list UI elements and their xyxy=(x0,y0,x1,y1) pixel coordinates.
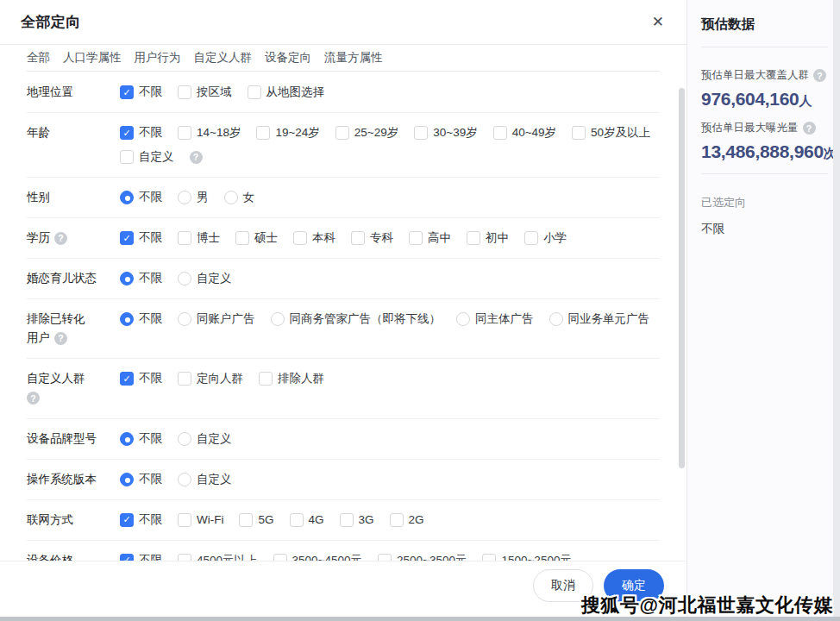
tab-item[interactable]: 自定义人群 xyxy=(194,50,253,66)
tab-item[interactable]: 设备定向 xyxy=(265,50,311,66)
checkbox-unchecked-icon[interactable] xyxy=(259,372,273,386)
checkbox-unchecked-icon[interactable] xyxy=(248,85,261,99)
checkbox-unchecked-icon[interactable] xyxy=(178,513,191,527)
checkbox-checked-icon[interactable]: ✓ xyxy=(120,231,134,245)
radio-unchecked-icon[interactable] xyxy=(178,432,191,446)
radio-unchecked-icon[interactable] xyxy=(456,312,470,326)
checkbox-option[interactable]: 3500~4500元 xyxy=(273,551,362,561)
checkbox-option[interactable]: 19~24岁 xyxy=(256,123,319,142)
checkbox-option[interactable]: 高中 xyxy=(409,229,451,248)
checkbox-option[interactable]: Wi-Fi xyxy=(178,511,223,530)
checkbox-option[interactable]: 小学 xyxy=(524,229,567,248)
checkbox-option[interactable]: 本科 xyxy=(293,229,335,248)
checkbox-unchecked-icon[interactable] xyxy=(482,554,496,561)
tab-item[interactable]: 用户行为 xyxy=(135,50,181,66)
checkbox-option[interactable]: 1500~2500元 xyxy=(482,551,571,561)
checkbox-unchecked-icon[interactable] xyxy=(524,231,538,245)
radio-option[interactable]: 同账户广告 xyxy=(178,310,255,329)
radio-option[interactable]: 自定义 xyxy=(178,470,232,489)
radio-unchecked-icon[interactable] xyxy=(178,191,191,204)
checkbox-unchecked-icon[interactable] xyxy=(351,231,365,245)
checkbox-option[interactable]: 25~29岁 xyxy=(335,123,398,142)
radio-unchecked-icon[interactable] xyxy=(178,272,191,285)
checkbox-unchecked-icon[interactable] xyxy=(572,126,586,140)
checkbox-option[interactable]: 自定义 xyxy=(120,147,174,166)
help-icon[interactable]: ? xyxy=(190,151,203,164)
checkbox-unchecked-icon[interactable] xyxy=(467,231,480,245)
radio-unchecked-icon[interactable] xyxy=(271,312,285,326)
checkbox-option[interactable]: 2G xyxy=(390,511,424,530)
tab-item[interactable]: 人口学属性 xyxy=(63,50,122,66)
checkbox-option[interactable]: 4G xyxy=(290,511,324,530)
checkbox-option[interactable]: 初中 xyxy=(467,229,509,248)
radio-checked-icon[interactable] xyxy=(120,272,134,285)
radio-unchecked-icon[interactable] xyxy=(178,312,191,326)
radio-option[interactable]: 不限 xyxy=(120,310,162,329)
checkbox-unchecked-icon[interactable] xyxy=(235,231,249,245)
checkbox-checked-icon[interactable]: ✓ xyxy=(120,126,134,140)
radio-option[interactable]: 男 xyxy=(178,188,209,207)
radio-option[interactable]: 同商务管家广告（即将下线） xyxy=(271,310,442,329)
tab-item[interactable]: 流量方属性 xyxy=(324,50,383,66)
checkbox-option[interactable]: 专科 xyxy=(351,229,393,248)
tab-item[interactable]: 全部 xyxy=(27,50,50,66)
checkbox-checked-icon[interactable]: ✓ xyxy=(120,372,134,386)
checkbox-unchecked-icon[interactable] xyxy=(493,126,507,140)
checkbox-option[interactable]: 30~39岁 xyxy=(414,123,477,142)
help-icon[interactable]: ? xyxy=(813,69,826,82)
radio-checked-icon[interactable] xyxy=(120,312,134,326)
checkbox-option[interactable]: 50岁及以上 xyxy=(572,123,650,142)
dialog-scrollbar-thumb[interactable] xyxy=(679,88,685,468)
checkbox-unchecked-icon[interactable] xyxy=(178,554,191,561)
radio-checked-icon[interactable] xyxy=(120,191,134,204)
checkbox-unchecked-icon[interactable] xyxy=(178,372,191,386)
checkbox-option[interactable]: ✓不限 xyxy=(120,369,162,388)
checkbox-option[interactable]: 按区域 xyxy=(178,83,232,102)
radio-option[interactable]: 不限 xyxy=(120,188,162,207)
checkbox-option[interactable]: 40~49岁 xyxy=(493,123,556,142)
checkbox-unchecked-icon[interactable] xyxy=(390,513,404,527)
checkbox-unchecked-icon[interactable] xyxy=(335,126,349,140)
checkbox-unchecked-icon[interactable] xyxy=(290,513,304,527)
checkbox-option[interactable]: 博士 xyxy=(178,229,220,248)
checkbox-option[interactable]: 14~18岁 xyxy=(178,123,241,142)
help-icon[interactable]: ? xyxy=(54,232,67,245)
close-icon[interactable]: ✕ xyxy=(650,13,666,31)
checkbox-option[interactable]: 硕士 xyxy=(235,229,278,248)
checkbox-unchecked-icon[interactable] xyxy=(414,126,428,140)
radio-unchecked-icon[interactable] xyxy=(549,312,563,326)
radio-option[interactable]: 自定义 xyxy=(178,269,232,288)
radio-unchecked-icon[interactable] xyxy=(224,191,238,204)
radio-option[interactable]: 同业务单元广告 xyxy=(549,310,650,329)
radio-option[interactable]: 自定义 xyxy=(178,430,232,448)
checkbox-option[interactable]: 从地图选择 xyxy=(248,83,325,102)
radio-option[interactable]: 不限 xyxy=(120,470,162,489)
checkbox-option[interactable]: 2500~3500元 xyxy=(378,551,467,561)
checkbox-option[interactable]: 5G xyxy=(239,511,273,530)
checkbox-checked-icon[interactable]: ✓ xyxy=(120,85,134,99)
checkbox-checked-icon[interactable]: ✓ xyxy=(120,554,134,561)
radio-option[interactable]: 不限 xyxy=(120,430,162,448)
checkbox-unchecked-icon[interactable] xyxy=(409,231,423,245)
checkbox-unchecked-icon[interactable] xyxy=(178,126,191,140)
help-icon[interactable]: ? xyxy=(54,332,67,345)
checkbox-option[interactable]: ✓不限 xyxy=(120,511,162,530)
checkbox-unchecked-icon[interactable] xyxy=(340,513,354,527)
help-icon[interactable]: ? xyxy=(27,392,40,405)
checkbox-unchecked-icon[interactable] xyxy=(378,554,392,561)
checkbox-option[interactable]: ✓不限 xyxy=(120,83,162,102)
checkbox-unchecked-icon[interactable] xyxy=(273,554,287,561)
radio-option[interactable]: 女 xyxy=(224,188,255,207)
checkbox-option[interactable]: 定向人群 xyxy=(178,369,243,388)
checkbox-unchecked-icon[interactable] xyxy=(239,513,253,527)
radio-unchecked-icon[interactable] xyxy=(178,473,191,486)
help-icon[interactable]: ? xyxy=(803,122,816,135)
checkbox-unchecked-icon[interactable] xyxy=(178,85,191,99)
checkbox-option[interactable]: 排除人群 xyxy=(259,369,324,388)
checkbox-unchecked-icon[interactable] xyxy=(178,231,191,245)
checkbox-unchecked-icon[interactable] xyxy=(120,150,134,164)
checkbox-unchecked-icon[interactable] xyxy=(256,126,270,140)
checkbox-unchecked-icon[interactable] xyxy=(293,231,307,245)
checkbox-option[interactable]: 3G xyxy=(340,511,374,530)
checkbox-option[interactable]: 4500元以上 xyxy=(178,551,258,561)
